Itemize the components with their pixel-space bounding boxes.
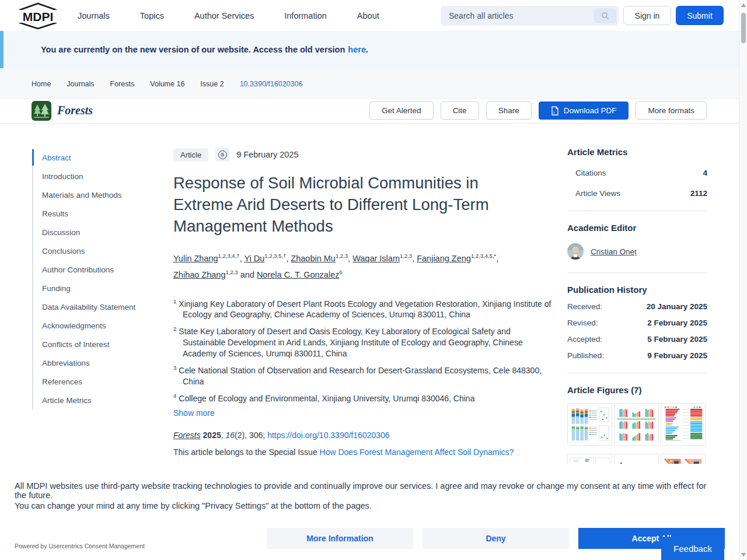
affiliation-item: 1Xinjiang Key Laboratory of Desert Plant…	[173, 296, 551, 321]
more-formats-button[interactable]: More formats	[636, 102, 707, 120]
nav-author-services[interactable]: Author Services	[194, 11, 254, 20]
history-row-published: Published: 9 February 2025	[567, 351, 707, 360]
crumb-issue[interactable]: Issue 2	[200, 80, 224, 88]
citations-label[interactable]: Citations	[575, 169, 606, 177]
article-views-label[interactable]: Article Views	[575, 189, 620, 198]
citation-line: Forests 2025, 16(2), 306; https://doi.or…	[173, 430, 551, 440]
submit-button[interactable]: Submit	[676, 6, 724, 25]
crumb-forests[interactable]: Forests	[110, 80, 135, 88]
author-link[interactable]: Waqar Islam1,2,3	[352, 254, 412, 263]
search-button[interactable]	[594, 8, 616, 23]
published-value: 9 February 2025	[647, 351, 707, 360]
old-version-link[interactable]: here	[348, 45, 366, 54]
citations-value: 4	[703, 169, 707, 177]
academic-editor-row: Cristian Oneț	[567, 243, 707, 260]
feedback-button[interactable]: Feedback	[661, 537, 724, 560]
cookie-message-line1: All MDPI websites use third-party websit…	[15, 481, 715, 500]
article-metrics-heading: Article Metrics	[567, 147, 707, 157]
received-label: Received:	[567, 302, 602, 311]
revised-value: 2 February 2025	[647, 318, 707, 327]
get-alerted-button[interactable]: Get Alerted	[369, 102, 434, 120]
special-issue-line: This article belongs to the Special Issu…	[173, 447, 551, 457]
sidebar-item-conflicts[interactable]: Conflicts of Interest	[33, 335, 166, 354]
share-button[interactable]: Share	[486, 102, 532, 120]
download-pdf-button[interactable]: ⤓ Download PDF	[539, 102, 629, 120]
sidebar-item-article-metrics[interactable]: Article Metrics	[33, 391, 166, 410]
journal-name[interactable]: Forests	[57, 104, 93, 117]
figure-thumbnail-2[interactable]	[614, 403, 659, 446]
figure-thumbnail-1[interactable]	[567, 403, 612, 446]
search-icon	[601, 12, 609, 20]
sidebar-item-author-contributions[interactable]: Author Contributions	[33, 260, 166, 279]
accepted-value: 5 February 2025	[647, 335, 707, 344]
version-notice-bar: You are currently on the new version of …	[0, 31, 747, 68]
sidebar-item-results[interactable]: Results	[33, 204, 166, 223]
usercentrics-attribution: Powered by Usercentrics Consent Manageme…	[15, 542, 145, 550]
sign-in-button[interactable]: Sign in	[623, 6, 671, 25]
author-link[interactable]: Zhaobin Mu1,2,3	[291, 254, 348, 263]
crumb-volume[interactable]: Volume 16	[150, 80, 184, 88]
sidebar-item-references[interactable]: References	[33, 372, 166, 391]
sidebar-item-funding[interactable]: Funding	[33, 279, 166, 298]
crumb-home[interactable]: Home	[32, 80, 51, 88]
author-link[interactable]: Zhihao Zhang1,2,3	[173, 270, 238, 279]
article-title: Response of Soil Microbial Communities i…	[173, 172, 518, 237]
sidebar-item-introduction[interactable]: Introduction	[33, 167, 166, 186]
article-views-value: 2112	[690, 189, 707, 198]
nav-about[interactable]: About	[357, 11, 379, 20]
revised-label: Revised:	[567, 318, 598, 327]
scrollbar-up-arrow-icon[interactable]	[741, 4, 746, 7]
divider	[567, 373, 707, 373]
crumb-doi-link[interactable]: 10.3390/f16020306	[240, 80, 303, 88]
sidebar-item-conclusions[interactable]: Conclusions	[33, 242, 166, 260]
nav-journals[interactable]: Journals	[78, 11, 110, 20]
sidebar-item-acknowledgments[interactable]: Acknowledgments	[33, 316, 166, 335]
figure1-stacked-bars-chart	[569, 405, 610, 444]
sidebar-item-materials-methods[interactable]: Materials and Methods	[33, 186, 166, 204]
author-link[interactable]: Yi Du1,2,3,5,†	[244, 254, 286, 263]
nav-topics[interactable]: Topics	[140, 11, 164, 20]
page-scrollbar[interactable]	[739, 0, 747, 560]
notice-accent-bar	[0, 31, 4, 68]
editor-name-link[interactable]: Cristian Oneț	[591, 247, 637, 256]
open-access-icon: a	[215, 148, 229, 162]
affiliation-item: 3Cele National Station of Observation an…	[173, 362, 551, 387]
mdpi-logo[interactable]: MDPI	[16, 2, 60, 32]
history-row-received: Received: 20 January 2025	[567, 302, 707, 311]
author-link[interactable]: Fanjiang Zeng1,2,3,4,5,*	[417, 254, 496, 263]
author-list: Yulin Zhang1,2,3,4,†, Yi Du1,2,3,5,†, Zh…	[173, 249, 500, 282]
nav-information[interactable]: Information	[284, 11, 327, 20]
sidebar-item-discussion[interactable]: Discussion	[33, 223, 166, 242]
svg-text:MDPI: MDPI	[23, 10, 54, 23]
affiliation-item: 2State Key Laboratory of Desert and Oasi…	[173, 323, 551, 359]
cookie-message-line2: You can change your mind at any time by …	[15, 501, 715, 510]
sidebar-item-data-availability[interactable]: Data Availability Statement	[33, 298, 166, 316]
mdpi-hexagon-icon: MDPI	[16, 2, 60, 29]
show-more-link[interactable]: Show more	[173, 408, 551, 418]
affiliation-item: 4College of Ecology and Environmental, X…	[173, 390, 551, 404]
scrollbar-down-arrow-icon[interactable]	[741, 553, 746, 556]
forests-journal-logo[interactable]	[32, 101, 51, 123]
more-information-button[interactable]: More Information	[267, 528, 413, 549]
pdf-file-icon: ⤓	[551, 106, 559, 116]
sidebar-item-abstract[interactable]: Abstract	[33, 148, 166, 167]
notice-text: You are currently on the new version of …	[41, 31, 368, 68]
special-issue-link[interactable]: How Does Forest Management Affect Soil D…	[320, 447, 514, 457]
article-figures-heading: Article Figures (7)	[567, 385, 707, 395]
citation-journal-link[interactable]: Forests	[173, 430, 201, 440]
deny-button[interactable]: Deny	[423, 528, 569, 549]
author-link[interactable]: Norela C. T. Gonzalez6	[257, 270, 343, 279]
citation-sep: ,	[221, 430, 226, 440]
figure-thumbnail-3[interactable]	[661, 403, 706, 446]
crumb-journals[interactable]: Journals	[67, 80, 94, 88]
search-input[interactable]	[441, 6, 592, 26]
cite-button[interactable]: Cite	[441, 102, 479, 120]
doi-link[interactable]: https://doi.org/10.3390/f16020306	[267, 430, 389, 440]
sidebar-item-abbreviations[interactable]: Abbreviations	[33, 354, 166, 372]
scrollbar-thumb[interactable]	[741, 13, 746, 43]
history-row-revised: Revised: 2 February 2025	[567, 318, 707, 327]
citation-year: 2025	[203, 430, 221, 440]
article-type-badge: Article	[173, 148, 208, 162]
author-link[interactable]: Yulin Zhang1,2,3,4,†	[173, 254, 240, 263]
metric-row-views: Article Views 2112	[567, 189, 707, 198]
